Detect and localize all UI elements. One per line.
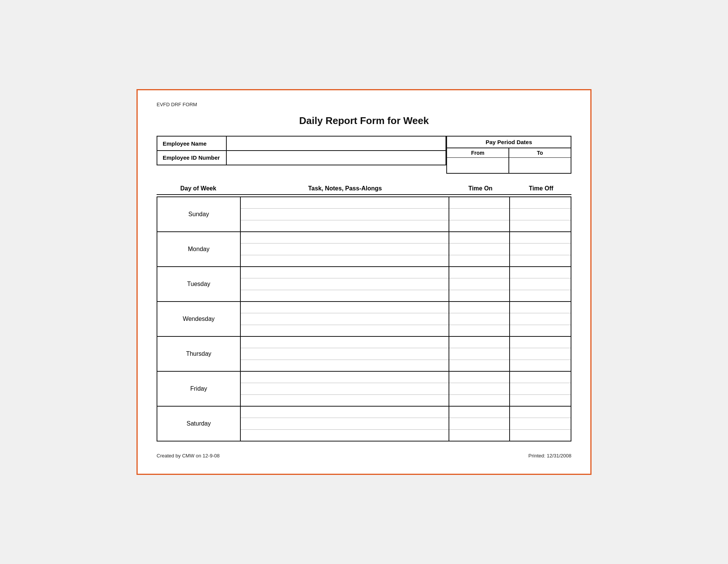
task-line[interactable] <box>241 407 449 418</box>
table-row: Saturday <box>157 407 571 441</box>
timeon-line[interactable] <box>449 325 509 336</box>
timeon-cell[interactable] <box>449 407 510 441</box>
timeon-line[interactable] <box>449 197 509 209</box>
timeon-line[interactable] <box>449 348 509 360</box>
pay-from-input[interactable] <box>447 158 509 173</box>
table-row: Friday <box>157 372 571 407</box>
task-line[interactable] <box>241 372 449 383</box>
timeoff-line[interactable] <box>510 255 571 266</box>
timeoff-line[interactable] <box>510 244 571 255</box>
timeon-cell[interactable] <box>449 337 510 371</box>
timeoff-line[interactable] <box>510 325 571 336</box>
timeon-line[interactable] <box>449 267 509 278</box>
task-line[interactable] <box>241 360 449 371</box>
task-line[interactable] <box>241 383 449 394</box>
task-line[interactable] <box>241 337 449 348</box>
timeoff-line[interactable] <box>510 209 571 220</box>
task-line[interactable] <box>241 430 449 441</box>
timeoff-line[interactable] <box>510 348 571 360</box>
timeon-line[interactable] <box>449 290 509 301</box>
timeon-line[interactable] <box>449 407 509 418</box>
task-line[interactable] <box>241 302 449 313</box>
timeon-line[interactable] <box>449 255 509 266</box>
timeon-line[interactable] <box>449 430 509 441</box>
timeon-line[interactable] <box>449 232 509 244</box>
timeoff-line[interactable] <box>510 430 571 441</box>
timeon-line[interactable] <box>449 418 509 429</box>
task-line[interactable] <box>241 290 449 301</box>
timeoff-line[interactable] <box>510 302 571 313</box>
timeon-line[interactable] <box>449 313 509 325</box>
timeoff-line[interactable] <box>510 383 571 394</box>
task-line[interactable] <box>241 255 449 266</box>
timeon-line[interactable] <box>449 372 509 383</box>
task-line[interactable] <box>241 209 449 220</box>
timeon-cell[interactable] <box>449 267 510 301</box>
timeoff-line[interactable] <box>510 372 571 383</box>
timeon-cell[interactable] <box>449 232 510 266</box>
timeon-line[interactable] <box>449 220 509 231</box>
timeon-cell[interactable] <box>449 302 510 336</box>
left-header: Employee Name Employee ID Number <box>157 136 446 174</box>
timeon-line[interactable] <box>449 278 509 290</box>
employee-name-input[interactable] <box>227 136 446 151</box>
task-line[interactable] <box>241 395 449 406</box>
tasks-cell[interactable] <box>241 302 449 336</box>
timeoff-line[interactable] <box>510 313 571 325</box>
timeoff-cell[interactable] <box>510 232 571 266</box>
tasks-cell[interactable] <box>241 372 449 406</box>
timeoff-line[interactable] <box>510 360 571 371</box>
task-line[interactable] <box>241 418 449 429</box>
task-line[interactable] <box>241 197 449 209</box>
column-headers: Day of Week Task, Notes, Pass-Alongs Tim… <box>157 185 571 195</box>
day-name-cell: Sunday <box>157 197 241 231</box>
timeon-line[interactable] <box>449 360 509 371</box>
task-line[interactable] <box>241 232 449 244</box>
timeoff-line[interactable] <box>510 337 571 348</box>
task-line[interactable] <box>241 244 449 255</box>
timeon-line[interactable] <box>449 337 509 348</box>
col-header-timeoff: Time Off <box>511 185 571 192</box>
timeon-cell[interactable] <box>449 372 510 406</box>
task-line[interactable] <box>241 278 449 290</box>
timeoff-cell[interactable] <box>510 267 571 301</box>
tasks-cell[interactable] <box>241 267 449 301</box>
timeoff-line[interactable] <box>510 395 571 406</box>
timeon-line[interactable] <box>449 302 509 313</box>
tasks-cell[interactable] <box>241 232 449 266</box>
task-line[interactable] <box>241 220 449 231</box>
timeon-cell[interactable] <box>449 197 510 231</box>
timeon-line[interactable] <box>449 209 509 220</box>
timeoff-line[interactable] <box>510 418 571 429</box>
timeoff-line[interactable] <box>510 267 571 278</box>
timeoff-line[interactable] <box>510 278 571 290</box>
pay-to-label: To <box>509 148 571 157</box>
task-line[interactable] <box>241 313 449 325</box>
timeoff-line[interactable] <box>510 407 571 418</box>
table-row: Thursday <box>157 337 571 372</box>
timeoff-cell[interactable] <box>510 197 571 231</box>
timeoff-cell[interactable] <box>510 302 571 336</box>
tasks-cell[interactable] <box>241 407 449 441</box>
timeon-line[interactable] <box>449 395 509 406</box>
pay-to-input[interactable] <box>509 158 571 173</box>
table-row: Wendesday <box>157 302 571 337</box>
task-line[interactable] <box>241 267 449 278</box>
pay-from-label: From <box>447 148 509 157</box>
tasks-cell[interactable] <box>241 337 449 371</box>
task-line[interactable] <box>241 325 449 336</box>
task-line[interactable] <box>241 348 449 360</box>
timeoff-cell[interactable] <box>510 407 571 441</box>
timeoff-line[interactable] <box>510 197 571 209</box>
tasks-cell[interactable] <box>241 197 449 231</box>
timeoff-line[interactable] <box>510 232 571 244</box>
timeoff-cell[interactable] <box>510 337 571 371</box>
timeoff-line[interactable] <box>510 290 571 301</box>
timeon-line[interactable] <box>449 383 509 394</box>
timeoff-line[interactable] <box>510 220 571 231</box>
employee-id-input[interactable] <box>227 150 446 165</box>
timeon-line[interactable] <box>449 244 509 255</box>
employee-id-label: Employee ID Number <box>157 150 227 165</box>
timeoff-cell[interactable] <box>510 372 571 406</box>
footer-left: Created by CMW on 12-9-08 <box>157 453 220 459</box>
